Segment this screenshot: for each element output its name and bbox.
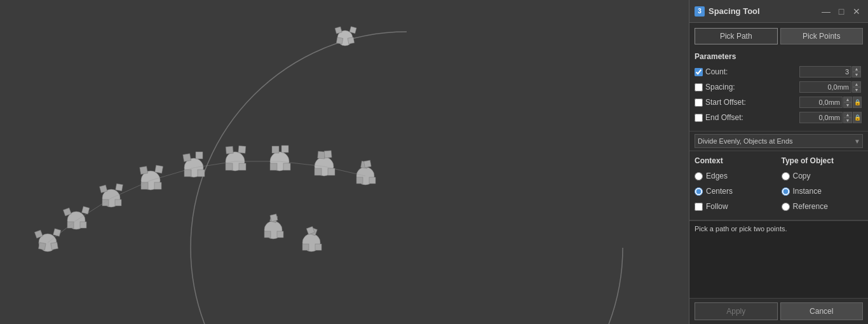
svg-rect-40: [328, 168, 335, 175]
reference-label: Reference: [793, 202, 828, 211]
count-checkbox[interactable]: [695, 68, 703, 76]
end-offset-input[interactable]: [799, 112, 843, 123]
status-message: Pick a path or pick two points.: [695, 225, 787, 233]
spacing-spin-down[interactable]: ▼: [852, 87, 861, 93]
spacing-spin-up[interactable]: ▲: [852, 81, 861, 87]
start-offset-checkbox[interactable]: [695, 98, 703, 107]
pick-path-button[interactable]: Pick Path: [695, 28, 778, 44]
svg-rect-32: [272, 146, 279, 153]
end-offset-spinner: ▲ ▼: [843, 112, 852, 123]
count-spin-down[interactable]: ▼: [852, 72, 861, 78]
close-button[interactable]: ✕: [850, 5, 863, 18]
start-offset-label: Start Offset:: [705, 98, 799, 107]
copy-radio[interactable]: [782, 172, 790, 180]
pick-points-button[interactable]: Pick Points: [780, 28, 864, 44]
svg-rect-13: [116, 184, 123, 191]
bottom-buttons: Apply Cancel: [689, 299, 868, 324]
minimize-button[interactable]: —: [820, 5, 832, 18]
instance-radio[interactable]: [782, 187, 790, 196]
svg-rect-67: [336, 37, 342, 44]
count-input-wrap: ▲ ▼: [799, 66, 863, 78]
start-offset-spin-up[interactable]: ▲: [843, 97, 852, 102]
svg-rect-29: [226, 163, 233, 170]
svg-rect-45: [369, 177, 376, 184]
title-bar: 3 Spacing Tool — □ ✕: [689, 0, 868, 23]
distribution-dropdown[interactable]: Divide Evenly, Objects at Ends Divide Ev…: [695, 134, 863, 148]
end-offset-spin-down[interactable]: ▼: [843, 118, 852, 123]
svg-rect-48: [270, 214, 278, 222]
title-icon: 3: [695, 6, 705, 17]
follow-row: Follow: [695, 199, 776, 213]
count-spinner: ▲ ▼: [852, 66, 861, 78]
start-offset-lock[interactable]: 🔒: [853, 97, 862, 108]
end-offset-input-wrap: ▲ ▼ 🔒: [799, 112, 863, 123]
svg-rect-17: [140, 166, 148, 175]
count-label: Count:: [705, 67, 799, 76]
svg-rect-49: [264, 231, 271, 238]
start-offset-input[interactable]: [799, 97, 843, 108]
copy-label: Copy: [793, 172, 811, 180]
parameters-label: Parameters: [695, 52, 863, 61]
svg-rect-30: [239, 163, 246, 170]
dropdown-inner: Divide Evenly, Objects at Ends Divide Ev…: [695, 134, 863, 148]
svg-rect-37: [318, 151, 325, 159]
spacing-input[interactable]: [799, 81, 851, 93]
apply-button[interactable]: Apply: [695, 302, 778, 320]
start-offset-spinner: ▲ ▼: [843, 97, 852, 108]
svg-rect-34: [270, 163, 277, 170]
edges-row: Edges: [695, 169, 776, 183]
svg-rect-43: [364, 160, 372, 168]
svg-rect-28: [238, 145, 246, 153]
svg-rect-25: [198, 170, 205, 177]
end-offset-spin-up[interactable]: ▲: [843, 112, 852, 118]
svg-rect-20: [154, 182, 161, 189]
copy-row: Copy: [782, 169, 864, 183]
end-offset-lock[interactable]: 🔒: [853, 112, 862, 123]
reference-radio[interactable]: [782, 203, 790, 211]
instance-row: Instance: [782, 184, 864, 198]
follow-label: Follow: [706, 202, 728, 211]
svg-rect-24: [184, 170, 191, 177]
count-row: Count: ▲ ▼: [695, 65, 863, 79]
context-type-section: Context Edges Centers Follow Type of Obj…: [689, 151, 868, 220]
edges-radio[interactable]: [695, 172, 703, 180]
svg-rect-10: [80, 222, 86, 228]
svg-rect-44: [356, 177, 363, 184]
context-section: Context Edges Centers Follow: [695, 156, 776, 215]
centers-radio[interactable]: [695, 187, 703, 196]
svg-rect-33: [281, 145, 288, 152]
context-label: Context: [695, 156, 776, 165]
spacing-checkbox[interactable]: [695, 83, 703, 91]
end-offset-row: End Offset: ▲ ▼ 🔒: [695, 111, 863, 125]
start-offset-spin-down[interactable]: ▼: [843, 102, 852, 108]
svg-rect-38: [324, 151, 332, 158]
svg-rect-18: [155, 165, 163, 173]
end-offset-checkbox[interactable]: [695, 114, 703, 122]
svg-rect-4: [39, 243, 46, 250]
panel-title: Spacing Tool: [709, 6, 817, 16]
svg-rect-15: [115, 199, 121, 206]
instance-label: Instance: [793, 187, 822, 196]
svg-rect-39: [315, 168, 322, 175]
svg-rect-0: [0, 0, 689, 324]
follow-checkbox[interactable]: [695, 203, 703, 211]
svg-rect-27: [226, 146, 233, 154]
edges-label: Edges: [706, 172, 728, 180]
svg-rect-22: [183, 154, 191, 162]
pick-buttons-row: Pick Path Pick Points: [689, 23, 868, 50]
svg-rect-66: [349, 27, 356, 34]
start-offset-input-wrap: ▲ ▼ 🔒: [799, 97, 863, 108]
type-of-object-label: Type of Object: [782, 156, 864, 165]
spacing-label: Spacing:: [705, 83, 799, 91]
count-spin-up[interactable]: ▲: [852, 66, 861, 72]
spacing-row: Spacing: ▲ ▼: [695, 80, 863, 94]
count-input[interactable]: [799, 66, 851, 78]
cancel-button[interactable]: Cancel: [780, 302, 864, 320]
scene-svg: [0, 0, 689, 324]
spacing-tool-panel: 3 Spacing Tool — □ ✕ Pick Path Pick Poin…: [689, 0, 868, 324]
restore-button[interactable]: □: [835, 5, 848, 18]
parameters-section: Parameters Count: ▲ ▼ Spacing: ▲ ▼: [689, 50, 868, 132]
centers-row: Centers: [695, 184, 776, 198]
end-offset-label: End Offset:: [705, 113, 799, 122]
spacing-input-wrap: ▲ ▼: [799, 81, 863, 93]
